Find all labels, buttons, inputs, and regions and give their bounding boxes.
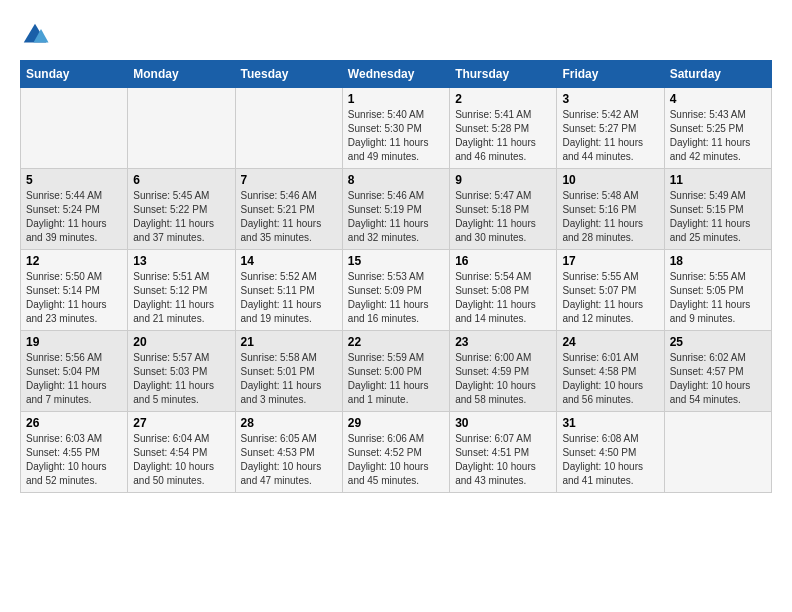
day-number: 14	[241, 254, 337, 268]
day-info: Sunrise: 6:03 AM Sunset: 4:55 PM Dayligh…	[26, 432, 122, 488]
day-info: Sunrise: 5:46 AM Sunset: 5:19 PM Dayligh…	[348, 189, 444, 245]
calendar-cell: 13Sunrise: 5:51 AM Sunset: 5:12 PM Dayli…	[128, 250, 235, 331]
calendar-cell: 9Sunrise: 5:47 AM Sunset: 5:18 PM Daylig…	[450, 169, 557, 250]
calendar-cell: 26Sunrise: 6:03 AM Sunset: 4:55 PM Dayli…	[21, 412, 128, 493]
day-info: Sunrise: 5:55 AM Sunset: 5:07 PM Dayligh…	[562, 270, 658, 326]
day-number: 12	[26, 254, 122, 268]
calendar-cell: 10Sunrise: 5:48 AM Sunset: 5:16 PM Dayli…	[557, 169, 664, 250]
day-info: Sunrise: 5:49 AM Sunset: 5:15 PM Dayligh…	[670, 189, 766, 245]
day-info: Sunrise: 6:07 AM Sunset: 4:51 PM Dayligh…	[455, 432, 551, 488]
day-info: Sunrise: 5:50 AM Sunset: 5:14 PM Dayligh…	[26, 270, 122, 326]
calendar-cell: 27Sunrise: 6:04 AM Sunset: 4:54 PM Dayli…	[128, 412, 235, 493]
calendar-cell: 6Sunrise: 5:45 AM Sunset: 5:22 PM Daylig…	[128, 169, 235, 250]
day-info: Sunrise: 5:58 AM Sunset: 5:01 PM Dayligh…	[241, 351, 337, 407]
day-number: 7	[241, 173, 337, 187]
day-number: 21	[241, 335, 337, 349]
day-info: Sunrise: 5:40 AM Sunset: 5:30 PM Dayligh…	[348, 108, 444, 164]
weekday-header-saturday: Saturday	[664, 61, 771, 88]
day-number: 10	[562, 173, 658, 187]
day-number: 18	[670, 254, 766, 268]
day-info: Sunrise: 5:41 AM Sunset: 5:28 PM Dayligh…	[455, 108, 551, 164]
calendar-cell: 18Sunrise: 5:55 AM Sunset: 5:05 PM Dayli…	[664, 250, 771, 331]
day-info: Sunrise: 5:59 AM Sunset: 5:00 PM Dayligh…	[348, 351, 444, 407]
day-number: 3	[562, 92, 658, 106]
calendar-cell: 12Sunrise: 5:50 AM Sunset: 5:14 PM Dayli…	[21, 250, 128, 331]
day-number: 30	[455, 416, 551, 430]
weekday-header-tuesday: Tuesday	[235, 61, 342, 88]
calendar-cell: 8Sunrise: 5:46 AM Sunset: 5:19 PM Daylig…	[342, 169, 449, 250]
day-info: Sunrise: 5:51 AM Sunset: 5:12 PM Dayligh…	[133, 270, 229, 326]
day-info: Sunrise: 6:08 AM Sunset: 4:50 PM Dayligh…	[562, 432, 658, 488]
calendar-cell: 4Sunrise: 5:43 AM Sunset: 5:25 PM Daylig…	[664, 88, 771, 169]
day-number: 24	[562, 335, 658, 349]
day-number: 23	[455, 335, 551, 349]
logo-icon	[20, 20, 50, 50]
calendar-week-5: 26Sunrise: 6:03 AM Sunset: 4:55 PM Dayli…	[21, 412, 772, 493]
day-info: Sunrise: 5:55 AM Sunset: 5:05 PM Dayligh…	[670, 270, 766, 326]
day-info: Sunrise: 5:52 AM Sunset: 5:11 PM Dayligh…	[241, 270, 337, 326]
calendar-cell: 3Sunrise: 5:42 AM Sunset: 5:27 PM Daylig…	[557, 88, 664, 169]
calendar-cell: 20Sunrise: 5:57 AM Sunset: 5:03 PM Dayli…	[128, 331, 235, 412]
day-info: Sunrise: 5:53 AM Sunset: 5:09 PM Dayligh…	[348, 270, 444, 326]
day-info: Sunrise: 5:45 AM Sunset: 5:22 PM Dayligh…	[133, 189, 229, 245]
day-info: Sunrise: 5:42 AM Sunset: 5:27 PM Dayligh…	[562, 108, 658, 164]
day-number: 22	[348, 335, 444, 349]
calendar-cell: 11Sunrise: 5:49 AM Sunset: 5:15 PM Dayli…	[664, 169, 771, 250]
calendar-cell	[664, 412, 771, 493]
day-number: 8	[348, 173, 444, 187]
calendar-week-4: 19Sunrise: 5:56 AM Sunset: 5:04 PM Dayli…	[21, 331, 772, 412]
day-info: Sunrise: 5:46 AM Sunset: 5:21 PM Dayligh…	[241, 189, 337, 245]
day-number: 5	[26, 173, 122, 187]
day-number: 13	[133, 254, 229, 268]
calendar-cell: 1Sunrise: 5:40 AM Sunset: 5:30 PM Daylig…	[342, 88, 449, 169]
calendar-table: SundayMondayTuesdayWednesdayThursdayFrid…	[20, 60, 772, 493]
calendar-cell: 23Sunrise: 6:00 AM Sunset: 4:59 PM Dayli…	[450, 331, 557, 412]
logo	[20, 20, 54, 50]
calendar-week-1: 1Sunrise: 5:40 AM Sunset: 5:30 PM Daylig…	[21, 88, 772, 169]
day-number: 26	[26, 416, 122, 430]
day-info: Sunrise: 5:48 AM Sunset: 5:16 PM Dayligh…	[562, 189, 658, 245]
calendar-header: SundayMondayTuesdayWednesdayThursdayFrid…	[21, 61, 772, 88]
day-number: 1	[348, 92, 444, 106]
page-header	[20, 20, 772, 50]
calendar-cell	[128, 88, 235, 169]
weekday-header-thursday: Thursday	[450, 61, 557, 88]
weekday-header-row: SundayMondayTuesdayWednesdayThursdayFrid…	[21, 61, 772, 88]
calendar-cell: 24Sunrise: 6:01 AM Sunset: 4:58 PM Dayli…	[557, 331, 664, 412]
day-number: 28	[241, 416, 337, 430]
calendar-cell: 28Sunrise: 6:05 AM Sunset: 4:53 PM Dayli…	[235, 412, 342, 493]
day-info: Sunrise: 5:44 AM Sunset: 5:24 PM Dayligh…	[26, 189, 122, 245]
calendar-cell: 16Sunrise: 5:54 AM Sunset: 5:08 PM Dayli…	[450, 250, 557, 331]
calendar-cell: 19Sunrise: 5:56 AM Sunset: 5:04 PM Dayli…	[21, 331, 128, 412]
weekday-header-wednesday: Wednesday	[342, 61, 449, 88]
day-info: Sunrise: 6:01 AM Sunset: 4:58 PM Dayligh…	[562, 351, 658, 407]
day-number: 9	[455, 173, 551, 187]
weekday-header-sunday: Sunday	[21, 61, 128, 88]
calendar-cell: 7Sunrise: 5:46 AM Sunset: 5:21 PM Daylig…	[235, 169, 342, 250]
calendar-cell: 30Sunrise: 6:07 AM Sunset: 4:51 PM Dayli…	[450, 412, 557, 493]
day-info: Sunrise: 6:02 AM Sunset: 4:57 PM Dayligh…	[670, 351, 766, 407]
calendar-cell: 22Sunrise: 5:59 AM Sunset: 5:00 PM Dayli…	[342, 331, 449, 412]
calendar-cell: 14Sunrise: 5:52 AM Sunset: 5:11 PM Dayli…	[235, 250, 342, 331]
day-info: Sunrise: 6:05 AM Sunset: 4:53 PM Dayligh…	[241, 432, 337, 488]
day-number: 19	[26, 335, 122, 349]
weekday-header-monday: Monday	[128, 61, 235, 88]
day-info: Sunrise: 6:00 AM Sunset: 4:59 PM Dayligh…	[455, 351, 551, 407]
calendar-cell: 5Sunrise: 5:44 AM Sunset: 5:24 PM Daylig…	[21, 169, 128, 250]
day-number: 2	[455, 92, 551, 106]
day-number: 27	[133, 416, 229, 430]
day-info: Sunrise: 5:57 AM Sunset: 5:03 PM Dayligh…	[133, 351, 229, 407]
calendar-cell	[21, 88, 128, 169]
day-number: 4	[670, 92, 766, 106]
calendar-cell	[235, 88, 342, 169]
day-info: Sunrise: 6:06 AM Sunset: 4:52 PM Dayligh…	[348, 432, 444, 488]
calendar-cell: 2Sunrise: 5:41 AM Sunset: 5:28 PM Daylig…	[450, 88, 557, 169]
day-number: 11	[670, 173, 766, 187]
day-number: 15	[348, 254, 444, 268]
calendar-body: 1Sunrise: 5:40 AM Sunset: 5:30 PM Daylig…	[21, 88, 772, 493]
calendar-week-3: 12Sunrise: 5:50 AM Sunset: 5:14 PM Dayli…	[21, 250, 772, 331]
calendar-cell: 31Sunrise: 6:08 AM Sunset: 4:50 PM Dayli…	[557, 412, 664, 493]
calendar-week-2: 5Sunrise: 5:44 AM Sunset: 5:24 PM Daylig…	[21, 169, 772, 250]
day-number: 29	[348, 416, 444, 430]
calendar-cell: 17Sunrise: 5:55 AM Sunset: 5:07 PM Dayli…	[557, 250, 664, 331]
